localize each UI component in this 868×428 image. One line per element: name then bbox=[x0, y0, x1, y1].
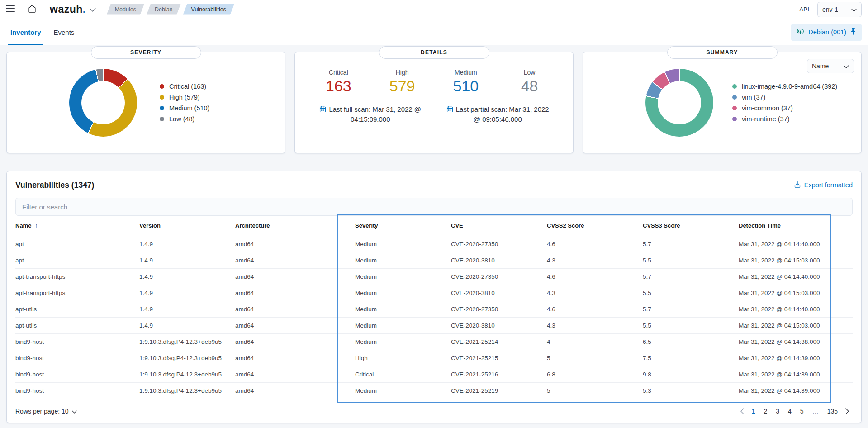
cell-name: apt bbox=[15, 236, 139, 252]
legend-item-low[interactable]: Low (48) bbox=[160, 115, 209, 123]
summary-donut-chart[interactable] bbox=[645, 69, 713, 137]
tab-events[interactable]: Events bbox=[52, 20, 77, 45]
cell-cvss2: 4.6 bbox=[529, 301, 625, 317]
rows-per-page-select[interactable]: Rows per page: 10 bbox=[15, 408, 77, 415]
page-button-1[interactable]: 1 bbox=[749, 407, 758, 416]
cell-cvss3: 5.5 bbox=[625, 252, 721, 268]
table-row[interactable]: bind9-host1:9.10.3.dfsg.P4-12.3+deb9u5am… bbox=[15, 333, 853, 350]
chevron-down-icon bbox=[851, 6, 857, 13]
last-partial-scan-text: Last partial scan: Mar 31, 2022 @ 09:05:… bbox=[456, 105, 549, 123]
severity-donut-chart[interactable] bbox=[69, 69, 137, 137]
table-row[interactable]: apt1.4.9amd64MediumCVE-2020-38104.35.5Ma… bbox=[15, 252, 853, 268]
column-header-architecture[interactable]: Architecture bbox=[235, 216, 337, 236]
cell-cvss2: 4.3 bbox=[529, 317, 625, 333]
legend-item-vim-common[interactable]: vim-common (37) bbox=[732, 105, 837, 112]
legend-item-linux-image[interactable]: linux-image-4.9.0-9-amd64 (392) bbox=[732, 83, 837, 90]
table-row[interactable]: bind9-host1:9.10.3.dfsg.P4-12.3+deb9u5am… bbox=[15, 350, 853, 366]
cell-name: apt-transport-https bbox=[15, 285, 139, 301]
calendar-icon bbox=[446, 105, 456, 113]
wazuh-logo[interactable]: wazuh. bbox=[43, 3, 89, 15]
pagination-ellipsis: … bbox=[810, 407, 821, 416]
cell-cve: CVE-2021-25215 bbox=[433, 350, 529, 366]
breadcrumb-modules[interactable]: Modules bbox=[107, 4, 144, 15]
column-header-severity[interactable]: Severity bbox=[337, 216, 433, 236]
cell-detection-time: Mar 31, 2022 @ 04:14:39.000 bbox=[721, 366, 853, 382]
table-row[interactable]: apt-transport-https1.4.9amd64MediumCVE-2… bbox=[15, 285, 853, 301]
cell-cve: CVE-2020-3810 bbox=[433, 252, 529, 268]
table-row[interactable]: bind9-host1:9.10.3.dfsg.P4-12.3+deb9u5am… bbox=[15, 382, 853, 399]
page-button-3[interactable]: 3 bbox=[773, 407, 782, 416]
table-row[interactable]: apt1.4.9amd64MediumCVE-2020-273504.65.7M… bbox=[15, 236, 853, 252]
column-header-name[interactable]: Name ↑ bbox=[15, 216, 139, 236]
stat-label: Low bbox=[498, 69, 561, 76]
legend-item-vim[interactable]: vim (37) bbox=[732, 94, 837, 101]
cell-severity: Medium bbox=[337, 236, 433, 252]
table-row[interactable]: apt-transport-https1.4.9amd64MediumCVE-2… bbox=[15, 268, 853, 285]
cell-cvss2: 4.3 bbox=[529, 285, 625, 301]
breadcrumb-agent[interactable]: Debian bbox=[147, 4, 181, 15]
column-header-cvss2[interactable]: CVSS2 Score bbox=[529, 216, 625, 236]
column-header-detection-time[interactable]: Detection Time bbox=[721, 216, 853, 236]
cell-cve: CVE-2020-3810 bbox=[433, 285, 529, 301]
details-panel-title: DETAILS bbox=[379, 46, 489, 59]
legend-label: linux-image-4.9.0-9-amd64 (392) bbox=[742, 83, 837, 90]
cell-severity: Critical bbox=[337, 366, 433, 382]
column-header-version[interactable]: Version bbox=[139, 216, 235, 236]
stat-critical: Critical 163 bbox=[307, 69, 370, 95]
agent-badge-label: Debian (001) bbox=[808, 29, 846, 36]
page-button-last[interactable]: 135 bbox=[825, 407, 840, 416]
legend-label: vim (37) bbox=[742, 94, 765, 101]
legend-dot bbox=[160, 84, 164, 89]
stat-value: 510 bbox=[434, 78, 498, 95]
chevron-down-icon bbox=[90, 5, 96, 14]
column-header-cvss3[interactable]: CVSS3 Score bbox=[625, 216, 721, 236]
vulnerabilities-card: Vulnerabilities (1347) Export formatted … bbox=[6, 171, 862, 423]
table-row[interactable]: apt-utils1.4.9amd64MediumCVE-2020-273504… bbox=[15, 301, 853, 317]
table-row[interactable]: bind9-host1:9.10.3.dfsg.P4-12.3+deb9u5am… bbox=[15, 366, 853, 382]
legend-dot bbox=[732, 117, 737, 121]
details-panel: DETAILS Critical 163 High 579 Medium 510… bbox=[294, 52, 574, 153]
cell-name: apt-transport-https bbox=[15, 268, 139, 285]
table-row[interactable]: apt-utils1.4.9amd64MediumCVE-2020-38104.… bbox=[15, 317, 853, 333]
cell-cvss2: 5 bbox=[529, 382, 625, 399]
cell-cve: CVE-2021-25214 bbox=[433, 333, 529, 350]
vulnerabilities-table: Name ↑ Version Architecture Severity CVE… bbox=[15, 216, 853, 399]
agent-badge[interactable]: Debian (001) bbox=[791, 24, 862, 41]
tab-inventory[interactable]: Inventory bbox=[8, 20, 43, 45]
menu-button[interactable] bbox=[0, 0, 21, 19]
page-button-2[interactable]: 2 bbox=[761, 407, 769, 416]
api-environment-select[interactable]: env-1 bbox=[817, 2, 862, 17]
legend-item-medium[interactable]: Medium (510) bbox=[160, 105, 209, 112]
severity-panel-title: SEVERITY bbox=[91, 46, 201, 59]
page-button-4[interactable]: 4 bbox=[786, 407, 794, 416]
legend-dot bbox=[732, 106, 737, 110]
cell-severity: Medium bbox=[337, 252, 433, 268]
legend-item-vim-runtime[interactable]: vim-runtime (37) bbox=[732, 115, 837, 123]
stat-value: 163 bbox=[307, 78, 370, 95]
home-button[interactable] bbox=[21, 0, 43, 19]
stat-label: High bbox=[370, 69, 434, 76]
summary-panel-title: SUMMARY bbox=[667, 46, 778, 59]
summary-filter-select[interactable]: Name bbox=[807, 59, 854, 73]
pin-icon[interactable] bbox=[850, 28, 856, 37]
legend-dot bbox=[732, 84, 737, 89]
export-formatted-button[interactable]: Export formatted bbox=[794, 181, 853, 190]
legend-item-high[interactable]: High (579) bbox=[160, 94, 209, 101]
legend-item-critical[interactable]: Critical (163) bbox=[160, 83, 209, 90]
severity-legend: Critical (163) High (579) Medium (510) L… bbox=[160, 79, 209, 126]
cell-name: apt-utils bbox=[15, 301, 139, 317]
summary-legend: linux-image-4.9.0-9-amd64 (392) vim (37)… bbox=[732, 79, 837, 126]
cell-cve: CVE-2020-27350 bbox=[433, 301, 529, 317]
hamburger-icon bbox=[6, 5, 15, 14]
cell-cvss2: 4 bbox=[529, 333, 625, 350]
search-input[interactable] bbox=[15, 198, 853, 216]
page-button-5[interactable]: 5 bbox=[798, 407, 806, 416]
cell-cvss3: 5.5 bbox=[625, 285, 721, 301]
summary-filter-value: Name bbox=[812, 62, 829, 70]
app-switcher-chevron[interactable] bbox=[89, 5, 100, 14]
column-header-cve[interactable]: CVE bbox=[433, 216, 529, 236]
previous-page-button[interactable] bbox=[739, 408, 745, 414]
cell-detection-time: Mar 31, 2022 @ 04:14:40.000 bbox=[721, 268, 853, 285]
next-page-button[interactable] bbox=[844, 408, 851, 414]
legend-label: High (579) bbox=[169, 94, 200, 101]
